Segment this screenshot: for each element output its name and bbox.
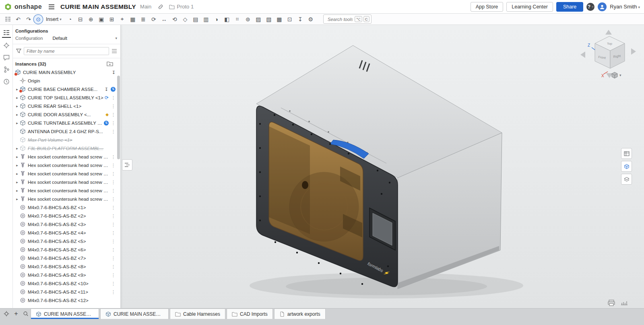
dots-icon[interactable]: ⋮ (111, 222, 116, 227)
analysis-icon[interactable]: ⚙ (305, 15, 316, 24)
view-cube[interactable]: Top Front Right Z X (576, 27, 640, 83)
view-cube-top-label[interactable]: Top (607, 42, 612, 45)
new-folder-icon[interactable] (107, 61, 113, 66)
scale-bar-icon[interactable] (620, 299, 629, 306)
versions-icon[interactable] (2, 65, 11, 74)
section-view-icon[interactable]: ◧ (222, 15, 232, 24)
snap-mode-icon[interactable]: ⌖ (117, 15, 128, 24)
tree-item[interactable]: M4x0.7-6-BHCS-AS-BZ <1>⋮ (13, 203, 120, 212)
tree-item[interactable]: M4x0.7-6-BHCS-AS-BZ <5>⋮ (13, 237, 120, 245)
circular-pattern-icon[interactable]: ⟳ (149, 15, 159, 24)
share-button[interactable]: Share (556, 2, 583, 12)
workspace-name[interactable]: Main (140, 4, 151, 10)
history-icon[interactable] (2, 77, 11, 86)
tree-item[interactable]: ▸CURIE BASE CHAMBER ASSE...↧⇅ (13, 85, 120, 93)
avatar[interactable] (598, 2, 607, 11)
info-icon[interactable]: ⇅ (104, 121, 109, 125)
search-tools-input[interactable] (327, 16, 353, 22)
tree-item[interactable]: Max Part Volume <1> (13, 136, 120, 144)
replicate-icon[interactable]: ▦ (128, 15, 138, 24)
assembly-structure-button[interactable] (621, 161, 632, 172)
dots-icon[interactable]: ⋮ (111, 281, 116, 286)
dots-icon[interactable]: ⋮ (111, 129, 116, 134)
tree-item[interactable]: ▸F3L BUILD PLATFORM ASSEMBL... (13, 144, 120, 152)
expand-chevron-icon[interactable]: ▸ (14, 163, 20, 167)
structure-panel-icon[interactable] (2, 28, 11, 38)
dots-icon[interactable]: ⋮ (111, 239, 116, 244)
document-tab[interactable]: artwork exports (274, 309, 326, 319)
undo-icon[interactable]: ↶ (13, 15, 23, 24)
document-tab[interactable]: CAD Imports (227, 309, 273, 319)
tree-item[interactable]: ▸CURIE DOOR ASSEMBLY <...◆⋮ (13, 110, 120, 119)
mate-connector-icon[interactable] (2, 41, 11, 50)
sheet-metal-icon[interactable]: ▨ (253, 15, 264, 24)
comments-icon[interactable] (2, 53, 11, 62)
mass-properties-icon[interactable]: ⊚ (243, 15, 253, 24)
dots-icon[interactable]: ⋮ (111, 95, 116, 100)
printer-3d-model[interactable]: formlabs ⚡ (121, 25, 644, 308)
dots-icon[interactable]: ⋮ (111, 214, 116, 218)
selection-filter-icon[interactable] (2, 309, 11, 319)
display-states-button[interactable] (621, 174, 632, 185)
named-views-icon[interactable]: ◔ (65, 15, 75, 24)
bom-table-button[interactable] (621, 148, 632, 159)
dots-icon[interactable]: ⋮ (111, 112, 116, 117)
structure-panel-toggle[interactable] (122, 159, 132, 171)
dots-icon[interactable]: ⋮ (111, 188, 116, 193)
download-icon[interactable]: ↧ (105, 87, 108, 92)
tree-item[interactable]: M4x0.7-6-BHCS-AS-BZ <11>⋮ (13, 288, 120, 296)
tree-item[interactable]: M4x0.7-6-BHCS-AS-BZ <10>⋮ (13, 279, 120, 288)
model-viewport[interactable]: formlabs ⚡ Top Front Right (121, 25, 644, 308)
diamond-icon[interactable]: ◆ (105, 112, 109, 117)
dots-icon[interactable]: ⋮ (111, 154, 116, 159)
frame-icon[interactable]: ▧ (264, 15, 274, 24)
linear-pattern-icon[interactable]: ≣ (138, 15, 149, 24)
tree-item[interactable]: Origin (13, 76, 120, 85)
named-positions-icon[interactable]: ▤ (190, 15, 201, 24)
redo-icon[interactable]: ↷ (23, 15, 34, 24)
tree-item[interactable]: ANTENNA DIPOLE 2.4 GHZ RP-S...⋮ (13, 127, 120, 136)
tree-item[interactable]: ▸Hex socket countersunk head screw M4x..… (13, 169, 120, 178)
tree-item[interactable]: ▸Hex socket countersunk head screw M4x..… (13, 195, 120, 203)
expand-chevron-icon[interactable]: ▸ (14, 146, 20, 150)
tree-root-item[interactable]: CURIE MAIN ASSEMBLY↧ (13, 68, 120, 76)
dots-icon[interactable]: ⋮ (111, 163, 116, 168)
tree-item[interactable]: M4x0.7-6-BHCS-AS-BZ <4>⋮ (13, 228, 120, 237)
app-store-button[interactable]: App Store (471, 2, 504, 12)
bom-icon[interactable]: ▥ (201, 15, 211, 24)
expand-chevron-icon[interactable]: ▸ (14, 96, 20, 100)
filter-by-name-input[interactable] (24, 47, 109, 55)
mate-icon[interactable]: ⊙ (34, 15, 43, 24)
add-tab-button[interactable]: + (11, 309, 21, 319)
dots-icon[interactable]: ⋮ (111, 180, 116, 185)
move-icon[interactable]: ↔ (159, 15, 169, 24)
relation-icon[interactable]: ⊞ (107, 15, 117, 24)
expand-chevron-icon[interactable]: ▸ (14, 113, 20, 117)
dots-icon[interactable]: ⋮ (111, 230, 116, 235)
dots-icon[interactable]: ⋮ (111, 205, 116, 210)
sync-icon[interactable]: ⟳ (105, 95, 109, 100)
document-tab[interactable]: Cable Harnesses (170, 309, 225, 319)
mate-connector-icon[interactable]: ⊕ (86, 15, 96, 24)
learning-center-button[interactable]: Learning Center (506, 2, 553, 12)
expand-chevron-icon[interactable]: ▸ (14, 197, 20, 201)
dots-icon[interactable]: ⋮ (111, 290, 116, 294)
panel-toggle-icon[interactable] (2, 15, 13, 24)
expand-chevron-icon[interactable]: ▸ (14, 155, 20, 159)
group-icon[interactable]: ▣ (96, 15, 107, 24)
drawing-icon[interactable]: ⊡ (285, 15, 295, 24)
expand-chevron-icon[interactable]: ▸ (14, 189, 20, 193)
dots-icon[interactable]: ⋮ (111, 104, 116, 109)
dots-icon[interactable]: ⋮ (111, 247, 116, 252)
expand-chevron-icon[interactable]: ▸ (14, 180, 20, 184)
download-icon[interactable]: ↧ (112, 70, 116, 75)
dots-icon[interactable]: ⋮ (111, 256, 116, 261)
document-tab[interactable]: CURIE MAIN ASSEM... (31, 309, 99, 319)
onshape-logo[interactable]: onshape (4, 3, 42, 11)
search-tools-box[interactable]: ⌥C (323, 14, 372, 24)
tree-item[interactable]: ▸Hex socket countersunk head screw M4x..… (13, 161, 120, 169)
appearance-icon[interactable]: ◑ (211, 15, 222, 24)
expand-chevron-icon[interactable]: ▸ (14, 172, 20, 176)
tree-item[interactable]: M4x0.7-6-BHCS-AS-BZ <2>⋮ (13, 212, 120, 220)
panel-scrollbar[interactable] (117, 76, 120, 159)
